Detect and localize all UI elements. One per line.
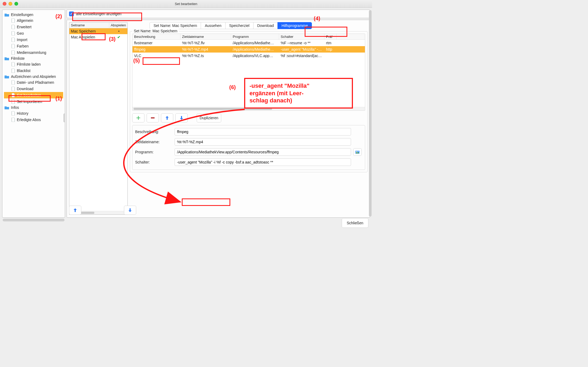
progtable-row[interactable]: VLC %t-%T-%Z.ts /Applications/VLC.app… %… bbox=[132, 53, 365, 59]
window-title: Set bearbeiten bbox=[0, 2, 372, 6]
setlist-col-abspielen[interactable]: Abspielen bbox=[109, 22, 127, 28]
tab-setname[interactable]: Set Name: Mac Speichern bbox=[150, 22, 201, 29]
set-list: Setname Abspielen Mac Speichern • Mac Ab… bbox=[69, 22, 128, 215]
show-all-settings-checkbox[interactable] bbox=[69, 11, 74, 16]
sidebar-outer-scrollbar[interactable] bbox=[3, 219, 65, 221]
remove-program-button[interactable] bbox=[147, 113, 159, 122]
tab-speicherziel[interactable]: Speicherziel bbox=[225, 22, 253, 29]
tab-aussehen[interactable]: Aussehen bbox=[201, 22, 225, 29]
sidebar-group-aufzeichnen[interactable]: Aufzeichnen und Abspielen bbox=[4, 74, 63, 79]
sidebar-item-geo[interactable]: Geo bbox=[4, 30, 63, 37]
show-all-settings-label: alle Einstellungen anzeigen bbox=[76, 12, 121, 16]
workarea-panel: Setname Abspielen Mac Speichern • Mac Ab… bbox=[67, 20, 370, 218]
progtable-col-programm[interactable]: Programm bbox=[231, 34, 279, 39]
sidebar-item-mediensammlung[interactable]: Mediensammlung bbox=[4, 49, 63, 56]
sidebar-item-blacklist[interactable]: Blacklist bbox=[4, 67, 63, 74]
checkmark-icon: ✔ bbox=[117, 35, 120, 39]
sidebar-item-erweitert[interactable]: Erweitert bbox=[4, 24, 63, 30]
progtable-col-praef[interactable]: Präf bbox=[324, 34, 337, 39]
form-input-zieldateiname[interactable] bbox=[175, 138, 351, 146]
svg-rect-0 bbox=[151, 117, 155, 118]
window-titlebar: Set bearbeiten bbox=[0, 0, 372, 8]
setlist-move-down-button[interactable] bbox=[124, 206, 136, 215]
sidebar-item-set-importieren[interactable]: Set importieren bbox=[4, 98, 63, 105]
form-label-zieldateiname: Zieldateiname: bbox=[135, 140, 172, 144]
progtable-scrollbar[interactable] bbox=[132, 107, 365, 110]
right-vertical-scrollbar[interactable] bbox=[369, 10, 372, 217]
sidebar-item-farben[interactable]: Farben bbox=[4, 43, 63, 49]
add-program-button[interactable] bbox=[132, 113, 144, 122]
sidebar-item-datei-pfadnamen[interactable]: Datei- und Pfadnamen bbox=[4, 79, 63, 86]
sidebar-item-allgemein[interactable]: Allgemein bbox=[4, 17, 63, 24]
sidebar-item-history[interactable]: History bbox=[4, 110, 63, 117]
show-all-settings-bar: alle Einstellungen anzeigen bbox=[67, 10, 370, 18]
setlist-move-up-button[interactable] bbox=[69, 206, 81, 215]
sidebar-item-erledigte-abos[interactable]: Erledigte Abos bbox=[4, 117, 63, 123]
settings-sidebar: Einstellungen Allgemein Erweitert Geo Im… bbox=[2, 10, 65, 218]
sidebar-resize-handle[interactable] bbox=[63, 114, 65, 122]
form-input-programm[interactable] bbox=[175, 148, 351, 156]
programs-table: Beschreibung Zieldateiname Programm Scha… bbox=[132, 34, 365, 111]
move-up-button[interactable] bbox=[161, 113, 173, 122]
tab-bar: Set Name: Mac Speichern Aussehen Speiche… bbox=[150, 22, 368, 29]
tab-hilfsprogramme[interactable]: Hilfsprogramme bbox=[277, 22, 312, 29]
setlist-col-setname[interactable]: Setname bbox=[69, 22, 109, 28]
move-down-button[interactable] bbox=[175, 113, 188, 122]
tab-download[interactable]: Download bbox=[253, 22, 278, 29]
programs-group: Set Name: Mac Speichern Beschreibung Zie… bbox=[130, 31, 368, 172]
sidebar-item-import[interactable]: Import bbox=[4, 37, 63, 43]
sidebar-group-label: Einstellungen bbox=[11, 13, 33, 17]
form-label-programm: Programm: bbox=[135, 150, 172, 154]
sidebar-group-infos[interactable]: Infos bbox=[4, 105, 63, 110]
form-input-beschreibung[interactable] bbox=[175, 128, 351, 135]
progtable-col-schalter[interactable]: Schalter bbox=[279, 34, 324, 39]
setlist-row[interactable]: Mac Abspielen ✔ bbox=[69, 34, 127, 40]
sidebar-item-download[interactable]: Download bbox=[4, 86, 63, 92]
program-form: Beschreibung: Zieldateiname: Programm: bbox=[132, 125, 365, 170]
form-input-schalter[interactable] bbox=[175, 158, 351, 166]
browse-program-button[interactable] bbox=[353, 148, 362, 156]
progtable-row[interactable]: ffmpeg %t-%T-%Z.mp4 /Applications/Mediat… bbox=[132, 46, 365, 53]
duplicate-button[interactable]: Duplizieren bbox=[197, 113, 221, 122]
sidebar-group-filmliste[interactable]: Filmliste bbox=[4, 56, 63, 61]
sidebar-item-set-bearbeiten[interactable]: Set bearbeiten bbox=[4, 92, 63, 98]
programs-group-title: Set Name: Mac Speichern bbox=[132, 29, 179, 33]
setlist-row[interactable]: Mac Speichern • bbox=[69, 28, 127, 34]
progtable-col-beschreibung[interactable]: Beschreibung bbox=[132, 34, 180, 39]
progtable-row[interactable]: flvstreamer %t-%T-%Z.flv /Applications/M… bbox=[132, 40, 365, 46]
close-button[interactable]: Schließen bbox=[342, 218, 368, 228]
form-label-schalter: Schalter: bbox=[135, 160, 172, 164]
sidebar-item-filmliste-laden[interactable]: Filmliste laden bbox=[4, 61, 63, 67]
form-label-beschreibung: Beschreibung: bbox=[135, 130, 172, 134]
progtable-col-zieldateiname[interactable]: Zieldateiname bbox=[180, 34, 231, 39]
sidebar-group-einstellungen[interactable]: Einstellungen bbox=[4, 12, 63, 17]
